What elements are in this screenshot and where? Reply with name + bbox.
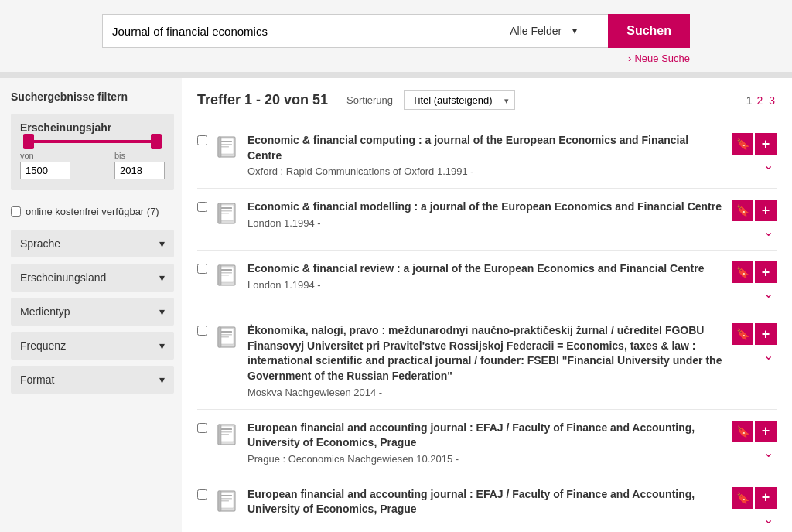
expand-button-4[interactable]: ⌄ (760, 348, 777, 363)
action-row-4: 🔖 + (732, 323, 777, 345)
result-checkbox-6[interactable] (197, 489, 207, 500)
range-to-input[interactable] (114, 162, 165, 179)
result-checkbox-4[interactable] (197, 326, 207, 336)
slider-thumb-right[interactable] (151, 134, 162, 149)
result-content-3: Economic & financial review : a journal … (248, 261, 724, 291)
expand-button-1[interactable]: ⌄ (760, 158, 777, 172)
svg-rect-26 (221, 428, 232, 430)
svg-rect-17 (218, 265, 221, 285)
erscheinungsjahr-label: Erscheinungsjahr (20, 121, 165, 134)
result-actions-2: 🔖 + ⌄ (732, 200, 777, 239)
svg-rect-8 (221, 207, 232, 209)
filter-section-label-sprache: Sprache (20, 237, 60, 250)
filter-section-header-erscheinungsland[interactable]: Erscheinungsland ▾ (11, 264, 174, 292)
result-checkbox-5[interactable] (197, 423, 207, 433)
expand-button-6[interactable]: ⌄ (760, 512, 777, 527)
filter-section-header-frequenz[interactable]: Frequenz ▾ (11, 332, 174, 360)
sidebar-section-format[interactable]: Format ▾ (11, 366, 174, 394)
sort-select[interactable]: Titel (aufsteigend) Titel (absteigend) E… (404, 90, 515, 110)
sidebar-section-frequenz[interactable]: Frequenz ▾ (11, 332, 174, 360)
result-title-6: European financial and accounting journa… (248, 487, 724, 517)
neue-suche-link[interactable]: › Neue Suche (628, 53, 690, 64)
bookmark-button-3[interactable]: 🔖 (732, 261, 753, 283)
sidebar-section-medientyp[interactable]: Medientyp ▾ (11, 298, 174, 326)
result-checkbox-3[interactable] (197, 264, 207, 274)
page-link-3[interactable]: 3 (769, 94, 775, 107)
result-title-2: Economic & financial modelling : a journ… (248, 200, 724, 215)
result-item-5: European financial and accounting journa… (197, 410, 777, 476)
bookmark-button-4[interactable]: 🔖 (732, 323, 753, 345)
result-subtitle-2: London 1.1994 - (248, 217, 724, 229)
search-area: Alle Felder ▾ Suchen › Neue Suche (0, 0, 792, 72)
svg-rect-9 (221, 210, 232, 212)
result-subtitle-3: London 1.1994 - (248, 279, 724, 291)
result-actions-1: 🔖 + ⌄ (732, 133, 777, 172)
svg-rect-22 (221, 336, 229, 338)
plus-button-4[interactable]: + (755, 323, 777, 345)
svg-rect-34 (221, 500, 229, 502)
bookmark-button-6[interactable]: 🔖 (732, 487, 753, 509)
result-icon-1 (215, 135, 240, 159)
chevron-down-icon-erscheinungsland: ▾ (159, 271, 165, 284)
result-checkbox-1[interactable] (197, 135, 207, 145)
filter-section-header-medientyp[interactable]: Medientyp ▾ (11, 298, 174, 326)
search-input[interactable] (102, 14, 500, 48)
sidebar-section-erscheinungsland[interactable]: Erscheinungsland ▾ (11, 264, 174, 292)
expand-button-3[interactable]: ⌄ (760, 286, 777, 301)
online-label: online kostenfrei verfügbar (7) (26, 206, 159, 217)
bookmark-button-2[interactable]: 🔖 (732, 200, 753, 221)
erscheinungsjahr-section: Erscheinungsjahr von bis (11, 114, 174, 190)
online-checkbox-row[interactable]: online kostenfrei verfügbar (7) (11, 206, 174, 217)
action-row-1: 🔖 + (732, 133, 777, 155)
range-slider-track[interactable] (23, 140, 162, 143)
sidebar: Suchergebnisse filtern Erscheinungsjahr … (0, 78, 182, 532)
search-button[interactable]: Suchen (608, 14, 690, 48)
plus-button-1[interactable]: + (755, 133, 777, 155)
svg-rect-35 (218, 491, 221, 511)
filter-section-header-sprache[interactable]: Sprache ▾ (11, 230, 174, 257)
bookmark-button-1[interactable]: 🔖 (732, 133, 753, 155)
plus-button-3[interactable]: + (755, 261, 777, 283)
svg-rect-28 (221, 434, 229, 435)
expand-button-5[interactable]: ⌄ (760, 445, 777, 460)
filter-section-label-erscheinungsland: Erscheinungsland (20, 271, 106, 284)
range-slider-fill (23, 140, 162, 143)
filter-section-header-format[interactable]: Format ▾ (11, 366, 174, 394)
svg-rect-11 (218, 203, 221, 223)
field-select[interactable]: Alle Felder ▾ (500, 14, 608, 48)
plus-button-2[interactable]: + (755, 200, 777, 221)
sidebar-section-sprache[interactable]: Sprache ▾ (11, 230, 174, 257)
chevron-right-icon: › (628, 53, 631, 64)
svg-rect-27 (221, 431, 232, 433)
svg-rect-10 (221, 213, 229, 214)
result-list: Economic & financial computing : a journ… (197, 122, 777, 532)
result-title-4: Ėkonomika, nalogi, pravo : meždunarodnyi… (248, 323, 724, 384)
result-subtitle-5: Prague : Oeconomica Nachgewiesen 10.2015… (248, 453, 724, 465)
chevron-down-icon: ▾ (572, 26, 577, 36)
range-from-input[interactable] (20, 162, 70, 179)
result-item-1: Economic & financial computing : a journ… (197, 122, 777, 189)
plus-button-5[interactable]: + (755, 421, 777, 442)
result-actions-4: 🔖 + ⌄ (732, 323, 777, 363)
bookmark-button-5[interactable]: 🔖 (732, 421, 753, 442)
main-layout: Suchergebnisse filtern Erscheinungsjahr … (0, 78, 792, 532)
action-row-3: 🔖 + (732, 261, 777, 283)
svg-rect-23 (218, 327, 221, 347)
online-filter: online kostenfrei verfügbar (7) (11, 196, 174, 223)
result-content-5: European financial and accounting journa… (248, 421, 724, 465)
range-to: bis (114, 151, 165, 179)
plus-button-6[interactable]: + (755, 487, 777, 509)
result-subtitle-4: Moskva Nachgewiesen 2014 - (248, 387, 724, 398)
expand-button-2[interactable]: ⌄ (760, 224, 777, 239)
svg-rect-20 (221, 331, 232, 332)
results-area: Treffer 1 - 20 von 51 Sortierung Titel (… (182, 78, 792, 532)
slider-thumb-left[interactable] (23, 134, 34, 149)
chevron-down-icon-sprache: ▾ (159, 237, 165, 250)
page-link-2[interactable]: 2 (757, 94, 763, 107)
online-checkbox[interactable] (11, 206, 21, 217)
svg-rect-21 (221, 334, 232, 336)
result-content-1: Economic & financial computing : a journ… (248, 133, 724, 177)
result-checkbox-2[interactable] (197, 202, 207, 212)
svg-rect-32 (221, 495, 232, 496)
svg-rect-2 (221, 141, 232, 142)
